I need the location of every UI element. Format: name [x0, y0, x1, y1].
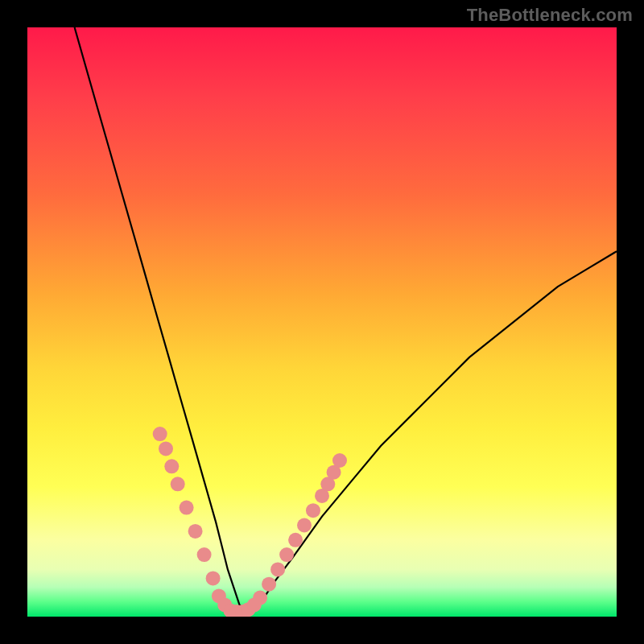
curve-marker: [306, 503, 320, 518]
chart-frame: TheBottleneck.com: [0, 0, 644, 644]
curve-layer: [27, 27, 617, 617]
curve-marker: [270, 562, 285, 576]
curve-marker: [279, 547, 294, 562]
curve-marker: [197, 547, 212, 562]
curve-marker: [206, 571, 221, 585]
curve-marker: [288, 533, 303, 547]
watermark-text: TheBottleneck.com: [467, 5, 633, 26]
curve-marker: [188, 524, 203, 539]
curve-marker: [332, 453, 347, 468]
curve-marker: [159, 441, 173, 456]
curve-marker: [297, 518, 312, 533]
curve-marker: [171, 477, 185, 491]
curve-marker: [153, 427, 167, 441]
plot-area: [27, 27, 617, 617]
curve-marker: [180, 501, 194, 515]
curve-marker: [262, 577, 276, 592]
curve-marker: [164, 459, 179, 473]
curve-marker: [253, 591, 267, 605]
bottleneck-curve-path: [75, 27, 617, 611]
